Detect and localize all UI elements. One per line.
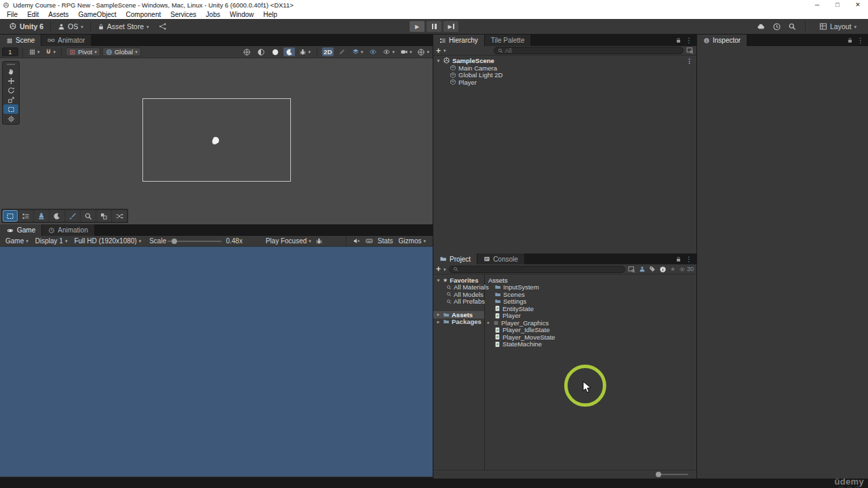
foldout-open-icon[interactable]: ▼ [436,58,441,63]
lock-icon[interactable] [675,256,682,262]
tool-settings-dropdown[interactable]: ▾ [27,47,41,56]
tile-select-button[interactable] [3,210,18,222]
minimize-button[interactable]: ─ [807,0,827,10]
tab-animator[interactable]: Animator [41,35,92,46]
scale-tool-button[interactable] [3,95,18,104]
vsync-keyboard-icon[interactable] [365,237,374,245]
grid-size-field[interactable]: 1 [2,47,18,56]
menu-help[interactable]: Help [258,10,282,19]
maximize-button[interactable]: □ [827,0,848,10]
menu-gameobject[interactable]: GameObject [73,10,121,19]
annotation-toggle[interactable] [336,47,348,56]
step-button[interactable]: ▶ [443,21,458,32]
history-icon[interactable] [772,22,781,31]
search-icon[interactable] [788,22,796,30]
info-icon[interactable] [659,266,667,273]
menu-jobs[interactable]: Jobs [201,10,225,19]
favorite-all-materials[interactable]: All Materials [433,284,484,291]
foldout-closed-icon[interactable]: ▸ [486,320,491,325]
grid-visibility-toggle[interactable] [241,47,252,56]
tile-stamp-button[interactable] [34,210,49,222]
layout-dropdown[interactable]: Layout ▾ [814,21,861,33]
scene-visibility-toggle[interactable] [367,47,378,56]
favorites-root-row[interactable]: ▼ ★ Favorites [433,277,484,284]
asset-list-header[interactable]: Assets [485,277,696,284]
tab-scene[interactable]: Scene [0,35,41,46]
foldout-open-icon[interactable]: ▼ [436,278,441,283]
scene-viewport[interactable] [0,58,433,224]
foldout-closed-icon[interactable]: ▸ [436,319,441,325]
menu-window[interactable]: Window [225,10,259,19]
favorite-star-icon[interactable]: ★ [670,266,675,272]
capture-bug-icon[interactable] [315,237,323,245]
mode-2d-toggle[interactable]: 2D [322,47,334,56]
kebab-menu-icon[interactable]: ⋮ [686,58,696,64]
hierarchy-item-global-light-2d[interactable]: Global Light 2D [433,72,696,79]
search-by-type-icon[interactable] [639,266,646,272]
menu-file[interactable]: File [2,10,22,19]
tile-brush-button[interactable] [65,210,80,222]
project-search-input[interactable] [449,266,625,273]
favorite-all-prefabs[interactable]: All Prefabs [433,298,484,306]
gizmos-dropdown[interactable]: Gizmos▾ [397,237,427,245]
tile-move-button[interactable] [18,210,33,222]
effects-toggle[interactable] [283,47,295,56]
close-button[interactable]: ✕ [848,0,868,10]
tab-console[interactable]: Console [477,253,525,264]
tab-inspector[interactable]: Inspector [697,35,747,46]
shading-toggle[interactable] [255,47,267,56]
camera-dropdown[interactable]: ▾ [399,47,414,56]
asset-item[interactable]: Player [485,312,696,320]
tree-assets-root[interactable]: ▸ Assets [433,311,484,319]
global-dropdown[interactable]: Global ▾ [102,47,141,56]
pivot-dropdown[interactable]: Pivot ▾ [66,47,100,56]
player-sprite[interactable] [213,137,219,144]
tab-tile-palette[interactable]: Tile Palette [485,35,532,46]
asset-item[interactable]: Scenes [485,291,696,298]
resolution-dropdown[interactable]: Full HD (1920x1080)▾ [71,237,144,245]
asset-zoom-slider[interactable] [656,474,688,475]
debug-dropdown[interactable]: ▾ [298,47,312,56]
layers-dropdown[interactable]: ▾ [351,47,365,56]
menu-services[interactable]: Services [165,10,201,19]
asset-item[interactable]: EntityState [485,305,696,312]
asset-store-dropdown[interactable]: Asset Store ▾ [93,21,154,33]
hierarchy-search-input[interactable]: All [494,47,684,54]
game-viewport[interactable] [0,247,433,476]
view-options-dropdown[interactable]: ▾ [381,47,396,56]
audio-toggle[interactable] [269,47,281,56]
tile-fill-button[interactable] [96,210,111,222]
label-tag-icon[interactable] [649,266,656,272]
play-button[interactable]: ▶ [410,21,425,32]
search-window-icon[interactable] [628,266,635,273]
create-add-button[interactable]: + [436,47,441,55]
cloud-icon[interactable] [756,22,766,30]
lock-icon[interactable] [847,37,853,43]
kebab-menu-icon[interactable]: ⋮ [857,37,864,44]
asset-item[interactable]: Player_IdleState [485,327,696,334]
multiplayer-button[interactable] [154,21,172,33]
menu-assets[interactable]: Assets [43,10,73,19]
play-focused-dropdown[interactable]: Play Focused▾ [263,237,314,245]
lock-icon[interactable] [675,37,682,43]
menu-edit[interactable]: Edit [22,10,43,19]
tab-game[interactable]: Game [0,224,42,236]
tile-eraser-button[interactable] [50,210,64,222]
os-dropdown[interactable]: OS ▾ [53,21,88,33]
gizmos-selector-dropdown[interactable]: ▾ [416,47,431,56]
asset-item[interactable]: ▸ Player_Graphics [485,319,696,327]
tab-project[interactable]: Project [433,253,477,264]
rect-tool-button[interactable] [3,104,18,114]
snap-dropdown[interactable]: ▾ [43,47,58,56]
favorite-all-models[interactable]: All Models [433,291,484,298]
unity-version-badge[interactable]: Unity 6 [4,21,48,33]
menu-component[interactable]: Component [121,10,166,19]
search-window-icon[interactable] [686,47,694,54]
tile-random-button[interactable] [112,210,127,222]
hierarchy-item-main-camera[interactable]: Main Camera [433,64,696,72]
tab-animation[interactable]: Animation [42,224,94,236]
hierarchy-item-player[interactable]: Player [433,79,696,86]
kebab-menu-icon[interactable]: ⋮ [686,37,692,44]
tile-picker-button[interactable] [81,210,96,222]
scale-slider[interactable] [167,241,222,242]
